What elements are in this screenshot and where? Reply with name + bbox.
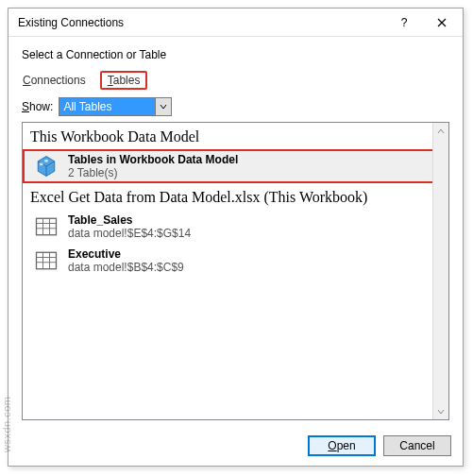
cancel-button[interactable]: Cancel <box>383 435 451 456</box>
show-label: Show: <box>22 100 53 113</box>
svg-rect-9 <box>37 252 57 269</box>
datamodel-cube-icon <box>32 152 60 180</box>
close-button[interactable] <box>423 9 461 36</box>
show-combobox-button[interactable] <box>155 98 171 115</box>
table-grid-icon <box>32 246 60 275</box>
svg-rect-2 <box>40 163 43 166</box>
dialog-title: Existing Connections <box>18 16 385 29</box>
existing-connections-dialog: Existing Connections ? Select a Connecti… <box>8 8 464 467</box>
tabs-row: Connections Tables <box>22 71 449 90</box>
list-item-table-sales[interactable]: Table_Sales data model!$E$4:$G$14 <box>23 210 448 244</box>
list-item-executive[interactable]: Executive data model!$B$4:$C$9 <box>23 244 448 278</box>
scroll-track[interactable] <box>433 139 448 403</box>
question-icon: ? <box>401 16 408 29</box>
help-button[interactable]: ? <box>385 9 423 36</box>
list-item-text: Executive data model!$B$4:$C$9 <box>68 247 184 274</box>
svg-rect-4 <box>37 218 57 235</box>
scroll-down-button[interactable] <box>433 403 448 419</box>
dialog-button-row: Open Cancel <box>308 435 451 456</box>
table-grid-icon <box>32 212 60 241</box>
dialog-body: Select a Connection or Table Connections… <box>8 37 463 420</box>
list-item-sublabel: 2 Table(s) <box>68 166 238 179</box>
close-icon <box>437 18 447 27</box>
group-header-data-model: This Workbook Data Model <box>23 123 448 149</box>
list-item-label: Tables in Workbook Data Model <box>68 153 238 166</box>
titlebar: Existing Connections ? <box>8 8 463 37</box>
vertical-scrollbar[interactable] <box>432 123 448 419</box>
list-item-text: Tables in Workbook Data Model 2 Table(s) <box>68 153 238 179</box>
chevron-up-icon <box>437 128 445 135</box>
open-button[interactable]: Open <box>308 435 376 456</box>
chevron-down-icon <box>160 103 167 110</box>
svg-rect-3 <box>44 160 48 162</box>
tab-connections[interactable]: Connections <box>22 71 87 90</box>
list-item-sublabel: data model!$B$4:$C$9 <box>68 261 184 274</box>
instruction-text: Select a Connection or Table <box>22 48 449 61</box>
tables-list-pane: This Workbook Data Model Tables in Workb… <box>22 122 449 420</box>
group-header-this-workbook: Excel Get Data from Data Model.xlsx (Thi… <box>23 183 448 210</box>
tab-tables[interactable]: Tables <box>100 71 148 90</box>
show-row: Show: All Tables <box>22 97 449 116</box>
list-item-text: Table_Sales data model!$E$4:$G$14 <box>68 213 191 240</box>
list-item-label: Executive <box>68 247 184 261</box>
list-item-label: Table_Sales <box>68 213 191 227</box>
scroll-up-button[interactable] <box>433 123 448 139</box>
list-item-tables-in-workbook-data-model[interactable]: Tables in Workbook Data Model 2 Table(s) <box>23 149 448 183</box>
chevron-down-icon <box>437 408 445 416</box>
show-combobox-text: All Tables <box>59 98 155 115</box>
show-combobox[interactable]: All Tables <box>59 97 172 116</box>
list-item-sublabel: data model!$E$4:$G$14 <box>68 227 191 240</box>
